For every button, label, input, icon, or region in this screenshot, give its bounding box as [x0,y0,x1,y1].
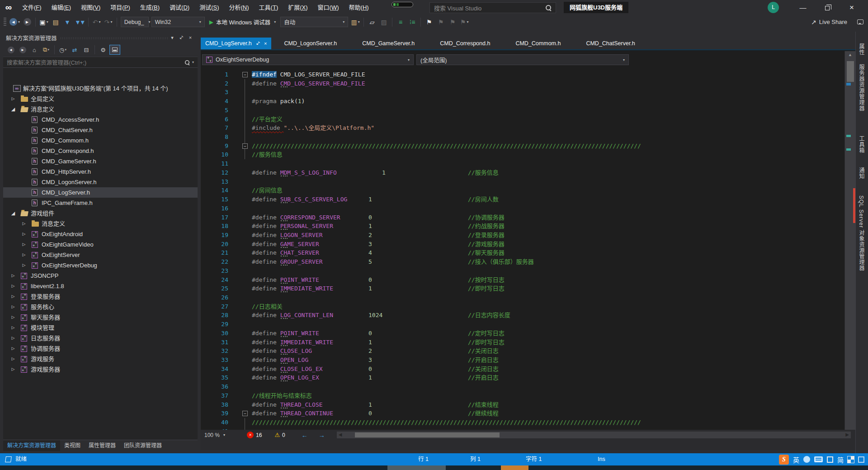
status-character[interactable]: 字符 1 [526,453,542,465]
restore-button[interactable] [817,0,838,15]
right-tab-通知[interactable]: 通知 [858,167,865,179]
project-scope-select[interactable]: OxEightServerDebug▾ [202,54,414,65]
undo-button[interactable]: ↶▾ [91,17,102,28]
document-tab-CMD_Commom.h[interactable]: CMD_Commom.h [503,38,573,49]
tree-item-日志服务器[interactable]: ▷日志服务器 [3,333,198,343]
bottom-tab-属性管理器[interactable]: 属性管理器 [85,440,120,451]
tree-item-模块管理[interactable]: ▷模块管理 [3,323,198,333]
tree-item-CMD_HttpServer.h[interactable]: hCMD_HttpServer.h [3,166,198,177]
account-avatar[interactable]: L [768,2,779,13]
copy-button[interactable]: ▨ [378,17,389,28]
bottom-tab-团队资源管理器[interactable]: 团队资源管理器 [120,440,166,451]
right-tab-SQL Server 对象资源管理器[interactable]: SQL Server 对象资源管理器 [858,195,865,271]
menu-item-扩展X[interactable]: 扩展(X) [283,0,312,15]
feedback-icon[interactable] [857,19,863,24]
selection-mode-button[interactable]: ▱ [367,17,377,28]
tree-item-OxEightServer[interactable]: ▷OxEightServer [3,250,198,260]
tree-item-CMD_LogonServer.h[interactable]: hCMD_LogonServer.h [3,177,198,187]
attach-to-process-button[interactable]: ▥▾ [350,17,361,28]
error-count[interactable]: 16 [256,432,262,438]
ime-voice-icon[interactable] [803,456,810,463]
menu-item-测试S[interactable]: 测试(S) [194,0,224,15]
expand-arrow-icon[interactable]: ▷ [10,291,16,302]
tree-item-libevent2.1.8[interactable]: ▷libevent2.1.8 [3,281,198,291]
solution-platform-select[interactable]: Win32▾ [151,17,205,27]
bottom-tab-解决方案资源管理器[interactable]: 解决方案资源管理器 [3,440,60,451]
auto-select[interactable]: 自动▾ [280,17,348,27]
tree-item-解决方案“网狐旗舰U3D服务端”(第 14 个项目，共 14 个)[interactable]: ∞解决方案“网狐旗舰U3D服务端”(第 14 个项目，共 14 个) [3,83,198,94]
ime-fullscreen-icon[interactable] [858,456,864,463]
status-column[interactable]: 列 1 [470,453,481,465]
sogou-ime-icon[interactable]: S [779,455,789,465]
vertical-scrollbar[interactable]: ▲ ▼ [844,51,855,440]
tree-item-全局定义[interactable]: ▷全局定义 [3,94,198,104]
collapse-arrow-icon[interactable]: ◢ [10,104,16,114]
close-tab-icon[interactable]: × [264,41,267,46]
expand-arrow-icon[interactable]: ▷ [10,343,16,354]
status-line[interactable]: 行 1 [418,453,429,465]
document-tab-CMD_LogonServer.h[interactable]: CMD_LogonServer.h [271,38,349,49]
navigate-back-button[interactable]: ◄▾ [9,17,21,28]
horizontal-scrollbar[interactable]: ◀ ▶ [337,432,851,438]
expand-arrow-icon[interactable]: ▷ [10,333,16,343]
start-debugging-button[interactable]: ▶ 本地 Windows 调试器▾ [206,17,279,28]
menu-item-分析N[interactable]: 分析(N) [224,0,254,15]
navigate-backward-icon[interactable]: ← [302,432,308,439]
status-insert-mode[interactable]: Ins [598,453,605,465]
tree-item-协调服务器[interactable]: ▷协调服务器 [3,343,198,354]
expand-arrow-icon[interactable]: ▷ [10,271,16,281]
preview-selected-items-button[interactable] [109,45,120,55]
warning-count[interactable]: 0 [282,432,285,438]
right-tab-工具箱[interactable]: 工具箱 [858,136,865,153]
sync-with-active-document-button[interactable]: ⇄ [69,45,80,55]
expand-arrow-icon[interactable]: ▷ [10,281,16,291]
fold-collapse-icon[interactable]: − [242,72,248,77]
scroll-left-icon[interactable]: ◀ [339,432,342,437]
solution-search-input[interactable]: 搜索解决方案资源管理器(Ctrl+;) ▾ [3,57,198,68]
tree-item-消息定义[interactable]: ▷消息定义 [3,218,198,229]
open-file-button[interactable]: ▤ [50,17,61,28]
menu-item-文件F[interactable]: 文件(F) [17,0,47,15]
tree-item-消息定义[interactable]: ◢消息定义 [3,104,198,114]
expand-arrow-icon[interactable]: ▷ [10,364,16,375]
menu-item-窗口W[interactable]: 窗口(W) [313,0,344,15]
document-tab-CMD_ChatServer.h[interactable]: CMD_ChatServer.h [573,38,647,49]
menu-item-帮助H[interactable]: 帮助(H) [344,0,374,15]
right-tab-属性[interactable]: 属性 [858,43,865,55]
menu-item-编辑E[interactable]: 编辑(E) [47,0,76,15]
expand-arrow-icon[interactable]: ▷ [10,354,16,364]
navigate-forward-icon[interactable]: → [319,432,325,439]
tree-item-CMD_AccessServer.h[interactable]: hCMD_AccessServer.h [3,114,198,125]
tree-item-OxEightGameVideo[interactable]: ▷OxEightGameVideo [3,239,198,250]
horizontal-scrollbar-thumb[interactable] [355,432,500,437]
fold-collapse-icon[interactable]: − [242,143,248,149]
tree-item-游戏服务[interactable]: ▷游戏服务 [3,354,198,364]
next-bookmark-button[interactable]: ⚑ [447,17,458,28]
expand-arrow-icon[interactable]: ▷ [10,312,16,323]
scroll-up-icon[interactable]: ▲ [845,51,855,57]
close-panel-icon[interactable]: × [186,35,195,40]
menu-item-项目P[interactable]: 项目(P) [105,0,135,15]
tree-item-CMD_Correspond.h[interactable]: hCMD_Correspond.h [3,146,198,156]
switch-views-button[interactable]: ⧉▾ [41,45,52,55]
pin-icon[interactable]: ↧ [252,38,264,49]
previous-bookmark-button[interactable]: ⚑ [435,17,446,28]
fold-collapse-icon[interactable]: − [242,411,248,416]
pending-changes-filter-button[interactable]: ◷▾ [57,45,68,55]
toggle-bookmark-button[interactable]: ⚑ [424,17,434,28]
document-tab-CMD_LogServer.h[interactable]: CMD_LogServer.h↧× [201,38,271,49]
solution-configuration-select[interactable]: Debug_▾ [121,17,149,27]
menu-item-生成B[interactable]: 生成(B) [135,0,165,15]
explorer-back-button[interactable]: ◄ [5,45,16,55]
toolbar-drag-handle[interactable] [4,18,6,27]
navigate-forward-button[interactable]: ► [22,17,33,28]
collapse-arrow-icon[interactable]: ◢ [10,208,16,218]
tree-item-CMD_ChatServer.h[interactable]: hCMD_ChatServer.h [3,125,198,135]
scroll-right-icon[interactable]: ▶ [845,432,849,437]
save-all-button[interactable]: ▼▼ [74,17,85,28]
menu-item-调试D[interactable]: 调试(D) [165,0,194,15]
clear-bookmarks-button[interactable]: ⚑▾ [459,17,470,28]
expand-arrow-icon[interactable]: ▷ [21,250,27,260]
code-editor[interactable]: 1−#ifndef CMD_LOG_SERVER_HEAD_FILE2#defi… [201,68,844,440]
zoom-level-select[interactable]: 100 %▾ [201,430,229,440]
